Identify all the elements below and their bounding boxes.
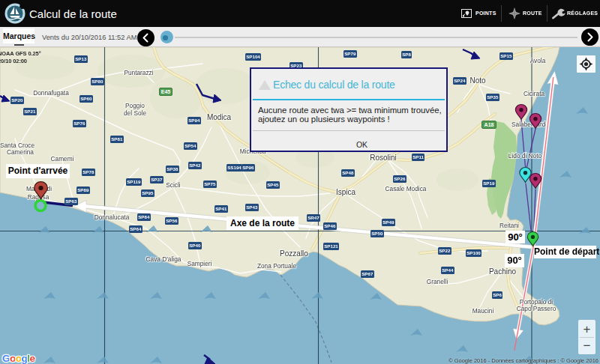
svg-text:Lido di Noto: Lido di Noto: [508, 152, 542, 160]
